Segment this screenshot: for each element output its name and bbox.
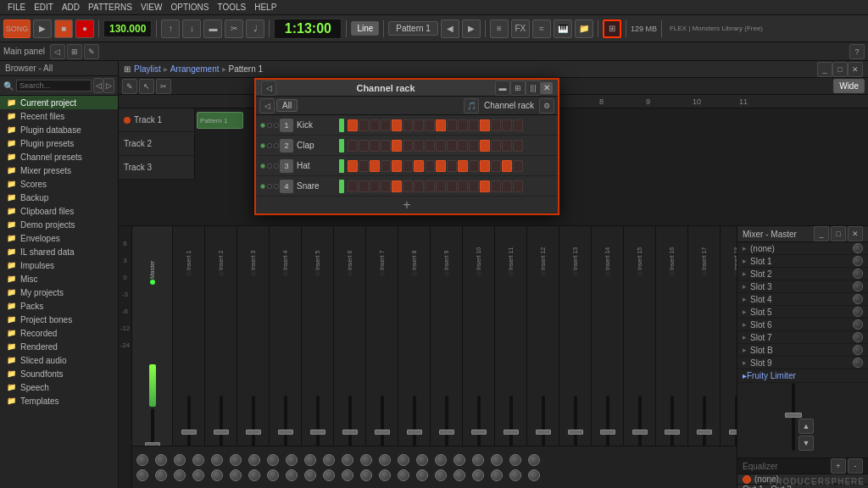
cr-pad[interactable] [392, 160, 402, 172]
mixer-right-maximize[interactable]: □ [831, 226, 846, 241]
pan-knob-16[interactable] [435, 454, 447, 466]
slot-knob-3[interactable] [853, 281, 863, 291]
pan-knob-9[interactable] [304, 454, 316, 466]
cr-pad[interactable] [480, 119, 490, 131]
cr-pad[interactable] [436, 160, 446, 172]
cr-pad[interactable] [458, 160, 468, 172]
cr-pad[interactable] [348, 180, 358, 192]
pan-knob-17[interactable] [453, 454, 465, 466]
cr-pad[interactable] [480, 160, 490, 172]
cr-active-led-kick[interactable] [260, 123, 265, 128]
strip-led-13[interactable] [573, 271, 578, 276]
fader-handle-13[interactable] [568, 430, 583, 435]
cr-pad[interactable] [480, 180, 490, 192]
cr-pad[interactable] [381, 160, 391, 172]
sidebar-nav-left[interactable]: ◁ [93, 78, 104, 93]
cr-active-led-snare[interactable] [260, 184, 265, 189]
fader-handle-6[interactable] [342, 430, 358, 435]
cr-pad[interactable] [348, 119, 358, 131]
cr-pad[interactable] [447, 160, 457, 172]
slot-knob-6[interactable] [853, 319, 863, 330]
pan-knob-21[interactable] [528, 454, 540, 466]
sidebar-item-misc[interactable]: 📁 Misc [0, 272, 118, 286]
vol-knob-12[interactable] [360, 469, 372, 481]
cr-pad[interactable] [502, 119, 512, 131]
vol-knob-19[interactable] [491, 469, 503, 481]
vol-knob-3[interactable] [192, 469, 204, 481]
vol-knob-5[interactable] [230, 469, 242, 481]
playlist-close-btn[interactable]: ✕ [848, 62, 863, 77]
cr-pad[interactable] [392, 140, 402, 152]
slot-knob-2[interactable] [853, 269, 863, 279]
mixer-slot-7[interactable]: ▸ Slot 7 [737, 331, 868, 344]
r-fader-btn-2[interactable]: ▼ [798, 435, 814, 451]
record-button[interactable]: ● [75, 19, 94, 38]
fader-handle-8[interactable] [407, 430, 422, 435]
cr-pad[interactable] [370, 180, 380, 192]
cr-channel-name-hat[interactable]: Hat [297, 161, 339, 170]
cr-pad[interactable] [348, 160, 358, 172]
cr-pad[interactable] [403, 180, 413, 192]
vol-knob-15[interactable] [416, 469, 428, 481]
pattern-block[interactable]: Pattern 1 [197, 112, 243, 129]
cr-pad[interactable] [359, 140, 369, 152]
fader-handle-18[interactable] [729, 430, 737, 435]
fader-handle-17[interactable] [697, 430, 712, 435]
toolbar-up-btn[interactable]: ↑ [161, 19, 180, 38]
strip-led-7[interactable] [380, 271, 385, 276]
fruity-limiter-slot[interactable]: ▸ Fruity Limiter [737, 369, 868, 383]
sidebar-item-plugin-database[interactable]: 📁 Plugin database [0, 123, 118, 136]
cr-pad[interactable] [425, 180, 435, 192]
cr-pad[interactable] [359, 180, 369, 192]
strip-led-12[interactable] [541, 271, 546, 276]
cr-pad[interactable] [502, 140, 512, 152]
pan-knob-4[interactable] [211, 454, 223, 466]
cr-solo-led-snare[interactable] [274, 184, 279, 189]
mode-song-button[interactable]: SONG [3, 19, 31, 38]
cr-pad[interactable] [403, 140, 413, 152]
strip-led-17[interactable] [702, 271, 707, 276]
r-fader-btn-1[interactable]: ▲ [798, 419, 814, 434]
pan-knob-7[interactable] [267, 454, 279, 466]
pan-knob-1[interactable] [155, 454, 167, 466]
pan-knob-8[interactable] [286, 454, 298, 466]
cr-pad[interactable] [513, 119, 523, 131]
strip-led-16[interactable] [670, 271, 675, 276]
slot-knob-9[interactable] [853, 358, 863, 368]
sidebar-item-channel-presets[interactable]: 📁 Channel presets [0, 150, 118, 164]
sidebar-item-envelopes[interactable]: 📁 Envelopes [0, 231, 118, 245]
cr-close-btn[interactable]: ✕ [541, 82, 553, 94]
strip-led-10[interactable] [476, 271, 481, 276]
cr-pad[interactable] [348, 140, 358, 152]
cr-pad[interactable] [480, 140, 490, 152]
cr-pad[interactable] [370, 119, 380, 131]
sidebar-item-templates[interactable]: 📁 Templates [0, 394, 118, 408]
cr-grid-icon[interactable]: ⊞ [510, 80, 526, 96]
cr-channel-name-snare[interactable]: Snare [297, 181, 339, 191]
strip-led-11[interactable] [509, 271, 514, 276]
pan-knob-11[interactable] [342, 454, 353, 466]
channel-rack-btn[interactable]: ⊞ [603, 19, 621, 38]
sidebar-item-clipboard-files[interactable]: 📁 Clipboard files [0, 204, 118, 218]
toolbar-browser-btn[interactable]: 📁 [575, 19, 593, 38]
cr-settings-icon[interactable]: ⚙ [539, 98, 554, 114]
playlist-arrangement-link[interactable]: Arrangement [170, 64, 220, 74]
cr-active-led-hat[interactable] [260, 164, 265, 169]
mixer-slot-4[interactable]: ▸ Slot 4 [737, 293, 868, 306]
vol-knob-2[interactable] [174, 469, 186, 481]
strip-led-15[interactable] [637, 271, 643, 276]
cr-pad[interactable] [447, 140, 457, 152]
eq-btn-2[interactable]: - [848, 458, 863, 474]
slot-knob-b[interactable] [853, 345, 863, 355]
cr-pad[interactable] [436, 119, 446, 131]
slot-knob-5[interactable] [853, 307, 863, 317]
sidebar-item-impulses[interactable]: 📁 Impulses [0, 258, 118, 272]
vol-knob-6[interactable] [248, 469, 260, 481]
vol-knob-7[interactable] [267, 469, 279, 481]
menu-edit[interactable]: EDIT [30, 3, 58, 12]
cr-pad[interactable] [458, 119, 468, 131]
play-button[interactable]: ▶ [33, 19, 52, 38]
playlist-title-link[interactable]: Playlist [134, 64, 161, 74]
menu-help[interactable]: HELP [250, 3, 281, 12]
cr-mute-led-hat[interactable] [267, 164, 272, 169]
